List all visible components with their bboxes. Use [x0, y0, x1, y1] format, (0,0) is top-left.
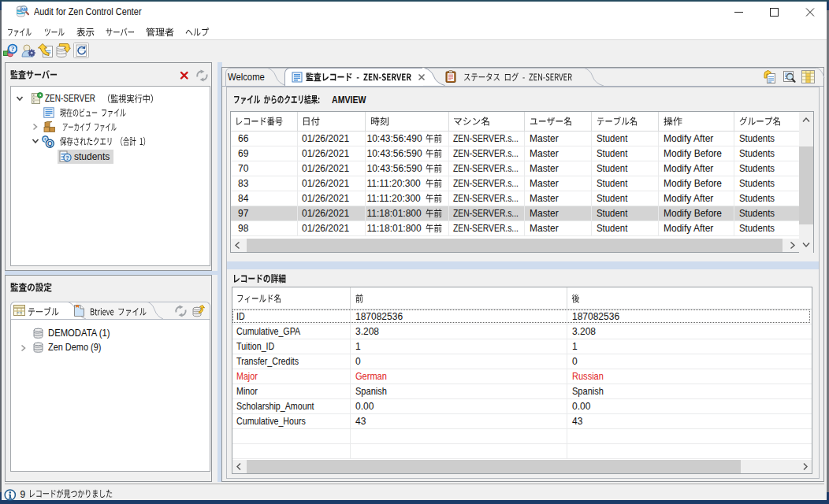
svg-text:?: ? [65, 154, 69, 161]
svg-text:<>: <> [17, 310, 23, 316]
svg-text:Q: Q [47, 139, 53, 147]
svg-text:?: ? [11, 45, 15, 53]
svg-text:AM: AM [20, 7, 27, 12]
